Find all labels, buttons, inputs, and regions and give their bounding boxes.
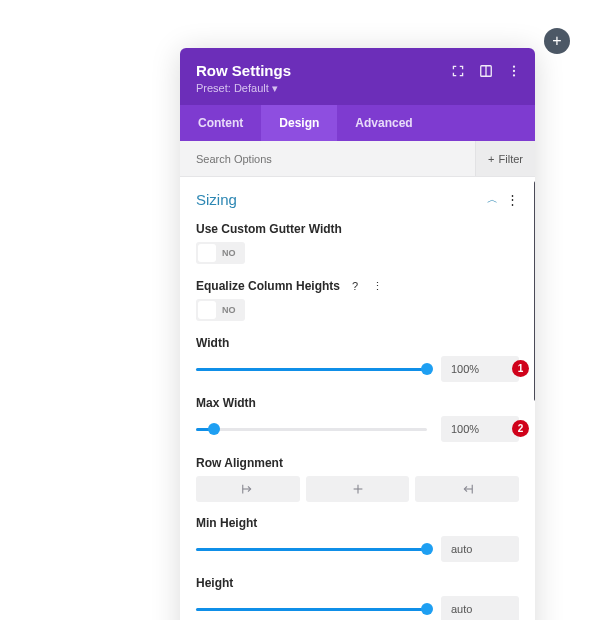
slider-handle[interactable] <box>208 423 220 435</box>
modal-header: Row Settings Preset: Default ▾ <box>180 48 535 105</box>
tab-bar: Content Design Advanced <box>180 105 535 141</box>
field-height: Height auto <box>196 576 519 620</box>
toggle-knob <box>198 244 216 262</box>
section-title: Sizing <box>196 191 237 208</box>
section-controls: ︿ ⋮ <box>487 192 519 207</box>
toggle-label: NO <box>216 305 243 315</box>
help-icon[interactable]: ? <box>348 279 362 293</box>
collapse-icon[interactable]: ︿ <box>487 192 498 207</box>
svg-point-4 <box>513 74 515 76</box>
tab-design[interactable]: Design <box>261 105 337 141</box>
height-value[interactable]: auto <box>441 596 519 620</box>
field-width: Width 100% 1 <box>196 336 519 382</box>
svg-point-3 <box>513 70 515 72</box>
align-center-button[interactable] <box>306 476 410 502</box>
width-slider[interactable] <box>196 368 427 371</box>
scrollbar[interactable] <box>534 181 535 401</box>
panel-body: Sizing ︿ ⋮ Use Custom Gutter Width NO Eq… <box>180 177 535 620</box>
minheight-value[interactable]: auto <box>441 536 519 562</box>
field-label: Row Alignment <box>196 456 283 470</box>
slider-row: 100% 1 <box>196 356 519 382</box>
field-label: Use Custom Gutter Width <box>196 222 342 236</box>
filter-button[interactable]: + Filter <box>475 141 535 176</box>
responsive-icon[interactable] <box>479 64 493 78</box>
plus-icon: + <box>552 32 561 50</box>
section-header-sizing[interactable]: Sizing ︿ ⋮ <box>196 177 519 218</box>
minheight-slider[interactable] <box>196 548 427 551</box>
chevron-down-icon: ▾ <box>272 82 278 94</box>
maxwidth-slider[interactable] <box>196 428 427 431</box>
slider-fill <box>196 548 427 551</box>
field-minheight: Min Height auto <box>196 516 519 562</box>
slider-row: 100% 2 <box>196 416 519 442</box>
more-vertical-icon[interactable]: ⋮ <box>506 192 519 207</box>
tab-advanced[interactable]: Advanced <box>337 105 430 141</box>
slider-handle[interactable] <box>421 543 433 555</box>
field-maxwidth: Max Width 100% 2 <box>196 396 519 442</box>
field-label: Height <box>196 576 233 590</box>
row-settings-modal: Row Settings Preset: Default ▾ Content D… <box>180 48 535 620</box>
field-gutter: Use Custom Gutter Width NO <box>196 222 519 265</box>
slider-fill <box>196 608 427 611</box>
slider-handle[interactable] <box>421 363 433 375</box>
toggle-label: NO <box>216 248 243 258</box>
equalize-toggle[interactable]: NO <box>196 299 245 321</box>
align-left-button[interactable] <box>196 476 300 502</box>
preset-selector[interactable]: Preset: Default ▾ <box>196 82 519 95</box>
header-icon-group <box>451 64 521 78</box>
slider-handle[interactable] <box>421 603 433 615</box>
field-alignment: Row Alignment <box>196 456 519 502</box>
slider-fill <box>196 368 427 371</box>
height-slider[interactable] <box>196 608 427 611</box>
alignment-group <box>196 476 519 502</box>
slider-row: auto <box>196 536 519 562</box>
slider-row: auto <box>196 596 519 620</box>
more-vertical-icon[interactable]: ⋮ <box>370 279 384 293</box>
field-equalize: Equalize Column Heights ? ⋮ NO <box>196 279 519 322</box>
svg-point-2 <box>513 65 515 67</box>
more-vertical-icon[interactable] <box>507 64 521 78</box>
gutter-toggle[interactable]: NO <box>196 242 245 264</box>
field-label: Min Height <box>196 516 257 530</box>
annotation-badge-1: 1 <box>512 360 529 377</box>
search-bar: + Filter <box>180 141 535 177</box>
search-input[interactable] <box>194 152 475 166</box>
annotation-badge-2: 2 <box>512 420 529 437</box>
field-label: Equalize Column Heights <box>196 279 340 293</box>
expand-icon[interactable] <box>451 64 465 78</box>
tab-content[interactable]: Content <box>180 105 261 141</box>
field-label: Width <box>196 336 229 350</box>
align-right-button[interactable] <box>415 476 519 502</box>
field-label: Max Width <box>196 396 256 410</box>
width-value[interactable]: 100% <box>441 356 519 382</box>
toggle-knob <box>198 301 216 319</box>
maxwidth-value[interactable]: 100% <box>441 416 519 442</box>
add-button[interactable]: + <box>544 28 570 54</box>
plus-icon: + <box>488 153 494 165</box>
